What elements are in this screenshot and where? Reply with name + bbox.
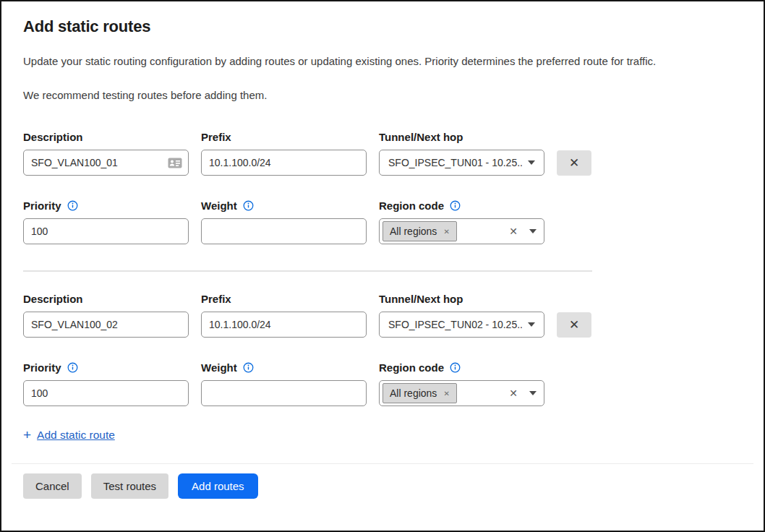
intro-text-1: Update your static routing configuration… (23, 55, 742, 67)
route-group-2: Description Prefix Tunnel/Next hop SFO_I… (23, 292, 742, 406)
info-icon[interactable] (243, 200, 254, 211)
weight-label: Weight (201, 199, 237, 213)
prefix-label: Prefix (201, 292, 367, 306)
priority-label: Priority (23, 361, 61, 374)
prefix-input-2[interactable] (201, 312, 367, 338)
description-field-1: Description (23, 130, 189, 176)
region-multiselect-2[interactable]: All regions ✕ ✕ (379, 380, 544, 406)
chevron-down-icon (528, 160, 535, 165)
test-routes-button[interactable]: Test routes (91, 473, 168, 499)
footer-divider (12, 463, 753, 464)
route-group-1: Description (23, 130, 742, 244)
chevron-down-icon (529, 391, 537, 395)
region-label: Region code (379, 361, 444, 374)
info-icon[interactable] (243, 362, 254, 373)
chip-remove-icon[interactable]: ✕ (443, 390, 449, 398)
prefix-field-2: Prefix (201, 292, 367, 338)
priority-field-1: Priority (23, 199, 189, 244)
clear-selection-icon[interactable]: ✕ (509, 226, 518, 237)
description-label: Description (23, 130, 189, 144)
description-input-2[interactable] (23, 312, 189, 338)
region-chip-label: All regions (390, 226, 437, 237)
priority-input-1[interactable] (23, 218, 189, 244)
region-chip: All regions ✕ (382, 383, 457, 403)
priority-label: Priority (23, 199, 61, 213)
tunnel-selected-value: SFO_IPSEC_TUN01 - 10.25... (388, 157, 522, 168)
tunnel-select-2[interactable]: SFO_IPSEC_TUN02 - 10.25... (379, 312, 544, 338)
description-field-2: Description (23, 292, 189, 338)
tunnel-field-1: Tunnel/Next hop SFO_IPSEC_TUN01 - 10.25.… (379, 130, 544, 176)
region-field-1: Region code All regions ✕ (379, 199, 544, 244)
add-static-route-link[interactable]: Add static route (37, 429, 115, 442)
tunnel-label: Tunnel/Next hop (379, 292, 544, 306)
add-static-route-row: + Add static route (23, 428, 742, 442)
description-label: Description (23, 292, 189, 306)
weight-input-2[interactable] (201, 380, 367, 406)
add-static-routes-dialog: Add static routes Update your static rou… (0, 0, 765, 532)
priority-field-2: Priority (23, 361, 189, 406)
chip-remove-icon[interactable]: ✕ (443, 228, 449, 236)
weight-label: Weight (201, 361, 237, 374)
page-title: Add static routes (23, 17, 742, 36)
region-field-2: Region code All regions ✕ (379, 361, 544, 406)
weight-field-1: Weight (201, 199, 367, 244)
footer-actions: Cancel Test routes Add routes (23, 473, 742, 499)
cancel-button[interactable]: Cancel (23, 473, 82, 499)
remove-route-button-2[interactable]: ✕ (557, 312, 591, 338)
tunnel-selected-value: SFO_IPSEC_TUN02 - 10.25... (388, 319, 522, 330)
prefix-field-1: Prefix (201, 130, 367, 176)
info-icon[interactable] (450, 200, 461, 211)
tunnel-field-2: Tunnel/Next hop SFO_IPSEC_TUN02 - 10.25.… (379, 292, 544, 338)
clear-selection-icon[interactable]: ✕ (509, 387, 518, 399)
info-icon[interactable] (67, 362, 78, 373)
tunnel-select-1[interactable]: SFO_IPSEC_TUN01 - 10.25... (379, 150, 544, 176)
tunnel-label: Tunnel/Next hop (379, 130, 544, 144)
intro-text-2: We recommend testing routes before addin… (23, 89, 742, 101)
plus-icon: + (23, 428, 31, 442)
chevron-down-icon (529, 229, 537, 233)
weight-field-2: Weight (201, 361, 367, 406)
add-routes-button[interactable]: Add routes (178, 473, 258, 499)
description-input-1[interactable] (23, 150, 189, 176)
region-chip: All regions ✕ (382, 221, 457, 241)
weight-input-1[interactable] (201, 218, 367, 244)
priority-input-2[interactable] (23, 380, 189, 406)
region-chip-label: All regions (390, 387, 437, 399)
info-icon[interactable] (450, 362, 461, 373)
region-multiselect-1[interactable]: All regions ✕ ✕ (379, 218, 544, 244)
prefix-label: Prefix (201, 130, 367, 144)
remove-route-button-1[interactable]: ✕ (557, 150, 591, 176)
region-label: Region code (379, 199, 444, 213)
chevron-down-icon (528, 322, 535, 327)
info-icon[interactable] (67, 200, 78, 211)
route-group-divider (23, 270, 592, 272)
prefix-input-1[interactable] (201, 150, 367, 176)
